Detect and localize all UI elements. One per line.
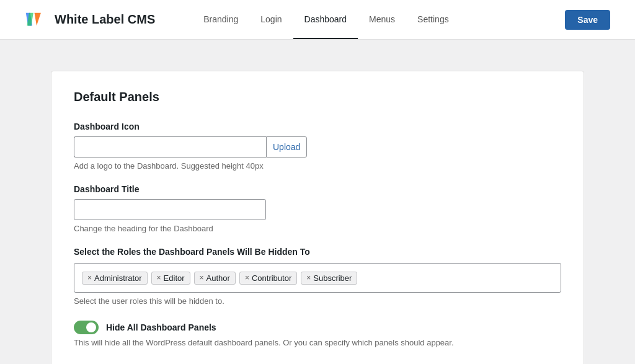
- dashboard-icon-group: Dashboard Icon Upload Add a logo to the …: [74, 122, 561, 171]
- main-panel: Default Panels Dashboard Icon Upload Add…: [51, 71, 584, 364]
- tab-branding[interactable]: Branding: [192, 0, 249, 39]
- roles-label: Select the Roles the Dashboard Panels Wi…: [74, 247, 561, 257]
- dashboard-title-group: Dashboard Title Change the heading for t…: [74, 184, 561, 233]
- app-title: White Label CMS: [55, 12, 155, 27]
- top-bar: White Label CMS Branding Login Dashboard…: [0, 0, 635, 40]
- dashboard-icon-label: Dashboard Icon: [74, 122, 561, 131]
- section-title: Default Panels: [74, 90, 561, 104]
- tab-login[interactable]: Login: [249, 0, 293, 39]
- role-tag-administrator: × Administrator: [82, 272, 148, 285]
- remove-subscriber-icon[interactable]: ×: [306, 273, 311, 282]
- icon-upload-row: Upload: [74, 136, 561, 158]
- remove-administrator-icon[interactable]: ×: [87, 273, 92, 282]
- upload-link[interactable]: Upload: [266, 136, 307, 158]
- roles-group: Select the Roles the Dashboard Panels Wi…: [74, 247, 561, 306]
- main-nav: Branding Login Dashboard Menus Settings: [192, 0, 460, 39]
- toggle-section: Hide All Dashboard Panels This will hide…: [74, 321, 561, 347]
- save-button[interactable]: Save: [565, 10, 610, 30]
- dashboard-title-input[interactable]: [74, 199, 266, 220]
- page-body: Default Panels Dashboard Icon Upload Add…: [0, 40, 635, 364]
- role-tag-label: Administrator: [94, 273, 142, 283]
- toggle-switch[interactable]: [74, 321, 99, 334]
- remove-author-icon[interactable]: ×: [200, 273, 204, 282]
- tab-menus[interactable]: Menus: [358, 0, 406, 39]
- remove-editor-icon[interactable]: ×: [157, 273, 161, 282]
- roles-hint: Select the user roles this will be hidde…: [74, 296, 561, 306]
- role-tag-label: Author: [206, 273, 230, 283]
- dashboard-icon-input[interactable]: [74, 136, 266, 158]
- remove-contributor-icon[interactable]: ×: [245, 273, 249, 282]
- app-logo-icon: [25, 10, 48, 30]
- role-tag-editor: × Editor: [151, 272, 190, 285]
- role-tag-author: × Author: [194, 272, 236, 285]
- role-tag-label: Editor: [164, 273, 185, 283]
- role-tag-label: Subscriber: [313, 273, 352, 283]
- toggle-slider: [74, 321, 99, 334]
- dashboard-icon-hint: Add a logo to the Dashboard. Suggested h…: [74, 161, 561, 171]
- dashboard-title-label: Dashboard Title: [74, 184, 561, 194]
- role-tag-contributor: × Contributor: [239, 272, 297, 285]
- toggle-hint: This will hide all the WordPress default…: [74, 338, 561, 347]
- logo-area: White Label CMS: [25, 10, 155, 30]
- tab-settings[interactable]: Settings: [406, 0, 460, 39]
- toggle-label: Hide All Dashboard Panels: [106, 322, 216, 332]
- role-tag-subscriber: × Subscriber: [301, 272, 357, 285]
- tab-dashboard[interactable]: Dashboard: [293, 0, 358, 39]
- toggle-row: Hide All Dashboard Panels: [74, 321, 561, 334]
- logo-svg: [25, 10, 48, 30]
- roles-box[interactable]: × Administrator × Editor × Author × Cont…: [74, 263, 561, 293]
- dashboard-title-hint: Change the heading for the Dashboard: [74, 224, 561, 233]
- role-tag-label: Contributor: [252, 273, 291, 283]
